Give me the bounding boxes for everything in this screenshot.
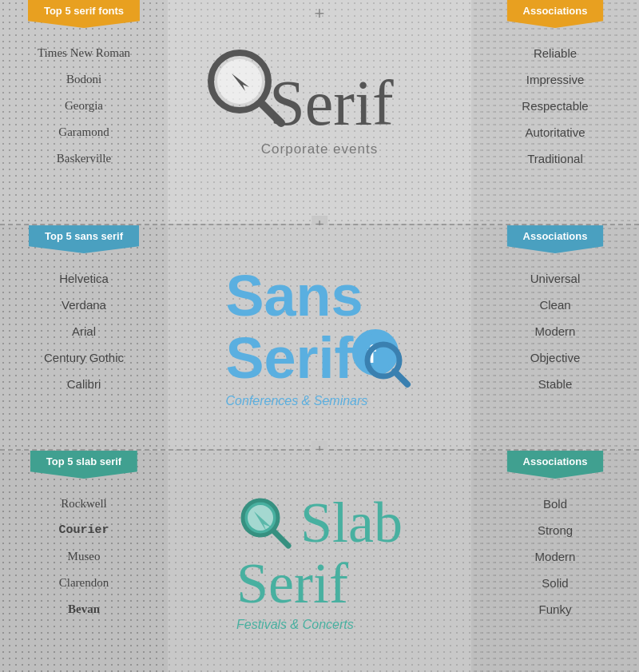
list-item: Georgia: [0, 93, 168, 119]
list-item: Funky: [471, 596, 639, 622]
list-item: Clarendon: [0, 570, 168, 596]
list-item: Modern: [471, 543, 639, 570]
slab-title-line2: Serif: [236, 554, 348, 614]
slab-right-badge: Associations: [507, 451, 604, 479]
list-item: Clean: [471, 292, 639, 318]
list-item: Autoritative: [471, 119, 639, 145]
list-item: Stable: [471, 371, 639, 397]
sans-left-panel: Top 5 sans serif Helvetica Verdana Arial…: [0, 225, 168, 449]
sans-section: Top 5 sans serif Helvetica Verdana Arial…: [0, 225, 639, 449]
list-item: Century Gothic: [0, 344, 168, 371]
slab-assoc-list: Bold Strong Modern Solid Funky: [471, 491, 639, 622]
list-item: Bevan: [0, 596, 168, 622]
list-item: Impressive: [471, 66, 639, 93]
list-item: Calibri: [0, 371, 168, 397]
list-item: Baskerville: [0, 145, 168, 172]
serif-right-badge: Associations: [507, 0, 604, 28]
serif-font-list: Times New Roman Bodoni Georgia Garamond …: [0, 40, 168, 172]
slab-left-badge: Top 5 slab serif: [30, 451, 137, 479]
serif-section: Top 5 serif fonts Times New Roman Bodoni…: [0, 0, 639, 224]
list-item: Courier: [0, 517, 168, 543]
list-item: Museo: [0, 543, 168, 570]
top-plus: +: [315, 3, 325, 24]
sans-assoc-list: Universal Clean Modern Objective Stable: [471, 265, 639, 397]
sans-title-line2: Serif: [225, 328, 353, 389]
svg-line-7: [395, 372, 407, 384]
list-item: Bold: [471, 491, 639, 517]
slab-right-panel: Associations Bold Strong Modern Solid Fu…: [471, 451, 639, 672]
serif-left-panel: Top 5 serif fonts Times New Roman Bodoni…: [0, 0, 168, 224]
sans-center: Sans Serif f Conferences & Seminars: [168, 225, 471, 449]
list-item: Rockwell: [0, 491, 168, 517]
magnify-icon-slab: [236, 494, 296, 554]
list-item: Universal: [471, 265, 639, 292]
svg-line-11: [274, 531, 288, 546]
list-item: Helvetica: [0, 265, 168, 292]
list-item: Arial: [0, 318, 168, 344]
serif-main-title: Serif: [245, 67, 394, 140]
slab-title-line1: Slab: [300, 493, 403, 554]
list-item: Respectable: [471, 93, 639, 119]
list-item: Times New Roman: [0, 40, 168, 66]
slab-font-list: Rockwell Courier Museo Clarendon Bevan: [0, 491, 168, 622]
slab-center: Slab Serif Festivals & Concerts: [168, 451, 471, 672]
page: Top 5 serif fonts Times New Roman Bodoni…: [0, 0, 639, 672]
slab-subtitle: Festivals & Concerts: [236, 618, 354, 632]
list-item: Verdana: [0, 292, 168, 318]
sans-right-panel: Associations Universal Clean Modern Obje…: [471, 225, 639, 449]
list-item: Solid: [471, 570, 639, 596]
slab-section: Top 5 slab serif Rockwell Courier Museo …: [0, 451, 639, 672]
list-item: Bodoni: [0, 66, 168, 93]
sans-font-list: Helvetica Verdana Arial Century Gothic C…: [0, 265, 168, 397]
list-item: Modern: [471, 318, 639, 344]
serif-subtitle: Corporate events: [261, 141, 378, 157]
list-item: Reliable: [471, 40, 639, 66]
magnify-icon-sans: f: [350, 327, 414, 391]
serif-left-badge: Top 5 serif fonts: [28, 0, 140, 28]
sans-subtitle: Conferences & Seminars: [225, 394, 367, 408]
serif-center: Serif Corporate events: [168, 0, 471, 224]
slab-left-panel: Top 5 slab serif Rockwell Courier Museo …: [0, 451, 168, 672]
serif-right-panel: Associations Reliable Impressive Respect…: [471, 0, 639, 224]
list-item: Garamond: [0, 119, 168, 145]
list-item: Objective: [471, 344, 639, 371]
sans-title-line1: Sans: [225, 266, 363, 327]
list-item: Strong: [471, 517, 639, 543]
sans-left-badge: Top 5 sans serif: [29, 225, 139, 253]
list-item: Traditional: [471, 145, 639, 172]
sans-right-badge: Associations: [507, 225, 604, 253]
serif-assoc-list: Reliable Impressive Respectable Autorita…: [471, 40, 639, 172]
